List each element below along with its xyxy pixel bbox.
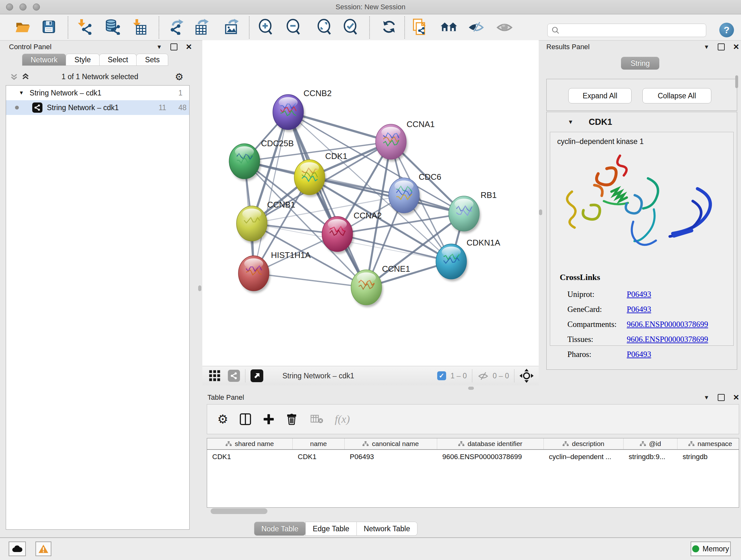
column-header-name[interactable]: name bbox=[293, 438, 345, 449]
memory-button[interactable]: Memory bbox=[690, 542, 731, 556]
homes-button[interactable] bbox=[441, 18, 457, 35]
network-node-ccne1[interactable]: CCNE1 bbox=[351, 264, 410, 307]
collapse-panel-icon[interactable]: ▼ bbox=[704, 394, 710, 401]
table-cell[interactable]: P06493 bbox=[345, 450, 437, 464]
collapse-panel-icon[interactable]: ▼ bbox=[156, 44, 162, 51]
zoom-selected-button[interactable] bbox=[342, 18, 359, 35]
tab-network[interactable]: Network bbox=[22, 54, 66, 66]
show-graphics-details-button[interactable] bbox=[468, 18, 484, 35]
export-image-button[interactable] bbox=[224, 18, 240, 35]
tab-node-table[interactable]: Node Table bbox=[254, 522, 306, 536]
network-share-view-icon[interactable] bbox=[228, 370, 240, 382]
import-network-file-button[interactable] bbox=[76, 18, 93, 35]
column-header-namespace[interactable]: namespace bbox=[677, 438, 739, 449]
search-field[interactable] bbox=[562, 26, 701, 35]
collection-expander-icon[interactable]: ▼ bbox=[19, 90, 24, 96]
open-session-button[interactable] bbox=[14, 18, 31, 35]
network-edge[interactable] bbox=[254, 112, 288, 273]
right-splitter-handle[interactable] bbox=[539, 209, 542, 215]
close-panel-icon[interactable]: ✕ bbox=[186, 44, 192, 50]
warnings-button[interactable] bbox=[36, 542, 51, 556]
network-edge[interactable] bbox=[288, 112, 366, 287]
column-header-id[interactable]: @id bbox=[623, 438, 677, 449]
delete-column-trash-icon[interactable] bbox=[286, 413, 298, 426]
cloud-button[interactable] bbox=[9, 542, 26, 556]
hide-graphics-button[interactable] bbox=[496, 18, 513, 35]
zoom-out-button[interactable] bbox=[285, 18, 302, 35]
save-session-button[interactable] bbox=[41, 18, 57, 35]
export-network-button[interactable] bbox=[169, 18, 186, 35]
table-settings-gear-icon[interactable]: ⚙ bbox=[217, 412, 228, 426]
table-cell[interactable]: cyclin–dependent ... bbox=[544, 450, 623, 464]
export-table-button[interactable] bbox=[194, 18, 210, 35]
tab-style[interactable]: Style bbox=[66, 54, 99, 66]
left-splitter-handle[interactable] bbox=[198, 286, 201, 291]
table-hscrollbar-thumb[interactable] bbox=[211, 508, 267, 514]
toolbar-separator bbox=[514, 369, 515, 382]
network-options-gear-icon[interactable]: ⚙ bbox=[175, 71, 184, 82]
search-input[interactable] bbox=[547, 23, 706, 37]
import-table-file-button[interactable] bbox=[131, 18, 147, 35]
zoom-in-button[interactable] bbox=[258, 18, 274, 35]
tab-sets[interactable]: Sets bbox=[136, 54, 168, 66]
crosslink-link[interactable]: 9606.ENSP00000378699 bbox=[627, 320, 708, 329]
close-panel-icon[interactable]: ✕ bbox=[733, 44, 739, 50]
network-node-rb1[interactable]: RB1 bbox=[449, 190, 497, 233]
zoom-fit-button[interactable] bbox=[316, 18, 333, 35]
protein-section-header[interactable]: ▼ CDK1 bbox=[547, 112, 737, 132]
table-cell[interactable]: 9606.ENSP00000378699 bbox=[437, 450, 544, 464]
column-tree-icon bbox=[226, 441, 232, 446]
column-header-database-identifier[interactable]: database identifier bbox=[437, 438, 544, 449]
tab-select[interactable]: Select bbox=[99, 54, 137, 66]
import-network-database-button[interactable] bbox=[104, 18, 121, 35]
float-panel-icon[interactable] bbox=[718, 394, 725, 401]
birds-eye-view-icon[interactable] bbox=[251, 369, 263, 382]
crosslink-label: GeneCard: bbox=[567, 305, 627, 314]
node-label: CCNE1 bbox=[382, 264, 410, 273]
crosslink-link[interactable]: P06493 bbox=[627, 350, 651, 359]
collapse-all-button[interactable]: Collapse All bbox=[643, 88, 711, 104]
section-expander-icon[interactable]: ▼ bbox=[568, 119, 574, 125]
network-status-dot-icon bbox=[15, 106, 19, 110]
show-columns-icon[interactable] bbox=[239, 413, 252, 426]
bottom-splitter-handle[interactable] bbox=[468, 387, 474, 390]
network-node-ccnb1[interactable]: CCNB1 bbox=[237, 200, 295, 243]
string-documents-button[interactable] bbox=[411, 18, 427, 35]
table-cell[interactable]: stringdb:9... bbox=[623, 450, 677, 464]
tab-network-table[interactable]: Network Table bbox=[356, 522, 417, 536]
selected-checkbox-icon[interactable]: ✓ bbox=[437, 371, 446, 380]
tab-edge-table[interactable]: Edge Table bbox=[306, 522, 357, 536]
table-cell[interactable]: CDK1 bbox=[293, 450, 345, 464]
results-scrollbar-thumb[interactable] bbox=[735, 75, 738, 88]
toolbar-separator bbox=[158, 16, 159, 39]
fit-content-crosshair-icon[interactable] bbox=[520, 369, 534, 383]
network-row[interactable]: String Network – cdk1 11 48 bbox=[6, 100, 189, 115]
float-panel-icon[interactable] bbox=[171, 44, 178, 51]
table-cell[interactable]: CDK1 bbox=[207, 450, 293, 464]
add-column-icon[interactable] bbox=[263, 413, 275, 425]
crosslink-link[interactable]: 9606.ENSP00000378699 bbox=[627, 335, 708, 344]
column-header-shared-name[interactable]: shared name bbox=[207, 438, 293, 449]
help-button[interactable]: ? bbox=[719, 23, 734, 37]
network-node-cdc6[interactable]: CDC6 bbox=[389, 172, 441, 215]
network-collection-row[interactable]: ▼ String Network – cdk1 1 bbox=[6, 85, 189, 100]
float-panel-icon[interactable] bbox=[718, 44, 725, 51]
crosslink-link[interactable]: P06493 bbox=[627, 290, 651, 299]
network-edge[interactable] bbox=[254, 273, 366, 287]
table-cell[interactable]: stringdb bbox=[677, 450, 739, 464]
expand-all-button[interactable]: Expand All bbox=[568, 88, 631, 104]
network-canvas[interactable]: CCNB2CCNA1CDC25BCDK1CDC6RB1CCNB1CCNA2CDK… bbox=[202, 40, 539, 366]
column-header-label: shared name bbox=[235, 440, 274, 448]
grid-view-icon[interactable] bbox=[209, 370, 221, 382]
crosslink-link[interactable]: P06493 bbox=[627, 305, 651, 314]
network-node-cdkn1a[interactable]: CDKN1A bbox=[436, 238, 500, 281]
column-header-description[interactable]: description bbox=[544, 438, 623, 449]
table-panel-title: Table Panel bbox=[207, 393, 244, 401]
tab-string[interactable]: String bbox=[621, 57, 659, 70]
network-node-hist1h1a[interactable]: HIST1H1A bbox=[239, 250, 311, 293]
close-panel-icon[interactable]: ✕ bbox=[733, 395, 739, 400]
table-row[interactable]: CDK1CDK1P064939606.ENSP00000378699cyclin… bbox=[207, 450, 739, 464]
refresh-button[interactable] bbox=[381, 18, 397, 35]
collapse-panel-icon[interactable]: ▼ bbox=[704, 44, 710, 51]
column-header-canonical-name[interactable]: canonical name bbox=[345, 438, 437, 449]
